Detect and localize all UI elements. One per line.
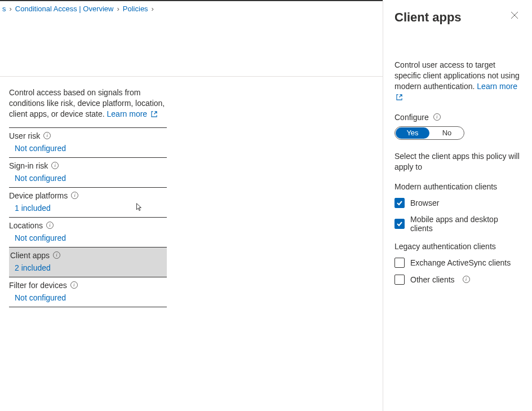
select-instruction: Select the client apps this policy will … (394, 151, 521, 173)
info-icon[interactable]: i (53, 251, 60, 259)
condition-value[interactable]: Not configured (9, 142, 66, 154)
condition-filter-devices[interactable]: Filter for devices i Not configured (9, 277, 167, 307)
condition-label: Sign-in risk (9, 161, 48, 170)
close-button[interactable] (508, 10, 521, 23)
conditions-intro: Control access based on signals from con… (9, 87, 172, 120)
checkbox-mobile-desktop[interactable]: Mobile apps and desktop clients (394, 215, 521, 233)
checkbox-icon (394, 198, 405, 208)
breadcrumb-item-truncated[interactable]: s (2, 5, 6, 13)
checkbox-exchange-activesync[interactable]: Exchange ActiveSync clients (394, 258, 521, 268)
breadcrumb-item-conditional-access[interactable]: Conditional Access | Overview (15, 5, 114, 13)
checkbox-icon (394, 219, 405, 229)
checkbox-browser[interactable]: Browser (394, 198, 521, 208)
checkbox-label: Exchange ActiveSync clients (410, 258, 511, 267)
toggle-option-yes[interactable]: Yes (396, 127, 429, 139)
info-icon[interactable]: i (71, 192, 78, 199)
checkbox-other-clients[interactable]: Other clients i (394, 275, 521, 285)
condition-user-risk[interactable]: User risk i Not configured (9, 127, 167, 158)
condition-label: Locations (9, 221, 43, 230)
info-icon[interactable]: i (433, 113, 441, 121)
condition-client-apps[interactable]: Client apps i 2 included (9, 248, 167, 277)
info-icon[interactable]: i (46, 222, 54, 229)
condition-label: Filter for devices (9, 281, 67, 290)
breadcrumb-item-policies[interactable]: Policies (123, 5, 148, 13)
panel-description: Control user access to target specific c… (394, 60, 521, 103)
checkbox-label: Browser (410, 198, 439, 207)
condition-value[interactable]: 1 included (9, 201, 51, 214)
configure-toggle[interactable]: Yes No (394, 126, 464, 140)
client-apps-panel: Client apps Control user access to targe… (383, 0, 532, 411)
info-icon[interactable]: i (70, 281, 78, 289)
external-link-icon (151, 109, 157, 116)
close-icon (511, 11, 518, 21)
checkbox-icon (394, 275, 405, 285)
learn-more-label: Learn more (107, 109, 148, 118)
condition-label: Client apps (10, 251, 50, 260)
condition-value[interactable]: Not configured (9, 231, 66, 244)
condition-label: Device platforms (9, 191, 68, 200)
condition-value[interactable]: Not configured (9, 171, 66, 184)
group-label-modern: Modern authentication clients (394, 182, 521, 191)
chevron-right-icon: › (117, 5, 119, 13)
info-icon[interactable]: i (463, 276, 470, 283)
divider (0, 76, 383, 77)
checkbox-label: Other clients (410, 275, 455, 284)
condition-label: User risk (9, 131, 40, 140)
info-icon[interactable]: i (51, 162, 59, 169)
chevron-right-icon: › (152, 5, 154, 13)
checkbox-label: Mobile apps and desktop clients (410, 215, 521, 233)
checkbox-icon (394, 258, 405, 268)
info-icon[interactable]: i (43, 132, 51, 139)
condition-signin-risk[interactable]: Sign-in risk i Not configured (9, 158, 167, 188)
configure-label: Configure (394, 113, 429, 122)
conditions-list: User risk i Not configured Sign-in risk … (9, 127, 167, 307)
toggle-option-no[interactable]: No (430, 127, 464, 139)
condition-value[interactable]: 2 included (9, 261, 51, 273)
learn-more-label: Learn more (477, 82, 517, 91)
condition-locations[interactable]: Locations i Not configured (9, 218, 167, 248)
external-link-icon (396, 92, 402, 99)
panel-title: Client apps (394, 10, 462, 25)
group-label-legacy: Legacy authentication clients (394, 242, 521, 251)
chevron-right-icon: › (10, 5, 12, 13)
condition-device-platforms[interactable]: Device platforms i 1 included (9, 188, 167, 218)
learn-more-link[interactable]: Learn more (107, 109, 157, 118)
condition-value[interactable]: Not configured (9, 291, 66, 303)
